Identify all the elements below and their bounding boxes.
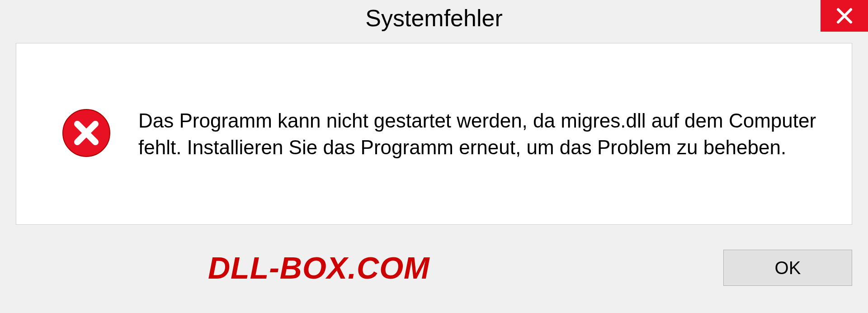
ok-button[interactable]: OK <box>723 250 852 286</box>
error-icon <box>61 108 111 160</box>
error-dialog: Systemfehler Das Programm kann nicht ges… <box>0 0 868 313</box>
close-icon <box>835 7 854 25</box>
titlebar: Systemfehler <box>0 0 868 36</box>
watermark-text: DLL-BOX.COM <box>208 250 430 285</box>
dialog-title: Systemfehler <box>365 5 502 32</box>
content-area: Das Programm kann nicht gestartet werden… <box>16 43 852 225</box>
error-message: Das Programm kann nicht gestartet werden… <box>138 107 829 161</box>
footer: DLL-BOX.COM OK <box>0 238 868 313</box>
close-button[interactable] <box>821 0 868 32</box>
